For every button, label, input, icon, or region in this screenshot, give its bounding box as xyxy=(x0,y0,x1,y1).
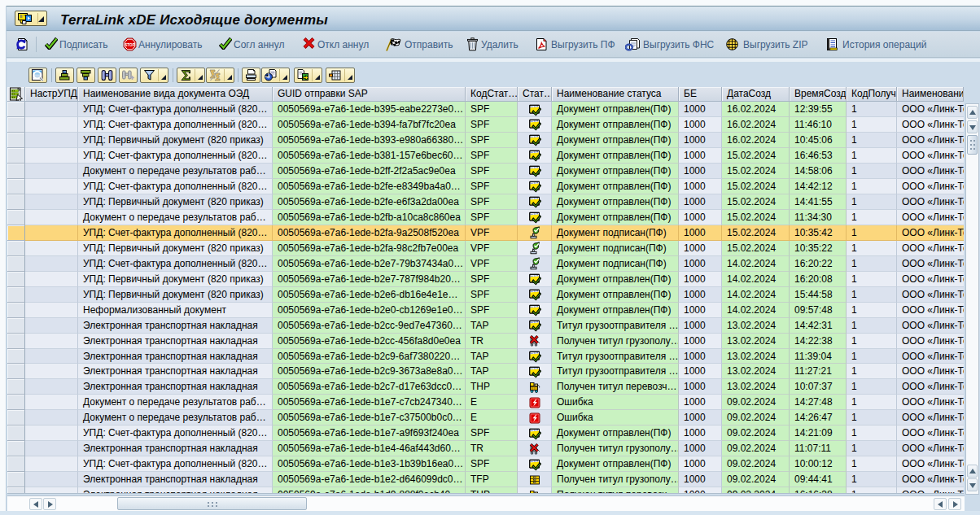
svg-text:STOP: STOP xyxy=(125,43,134,47)
